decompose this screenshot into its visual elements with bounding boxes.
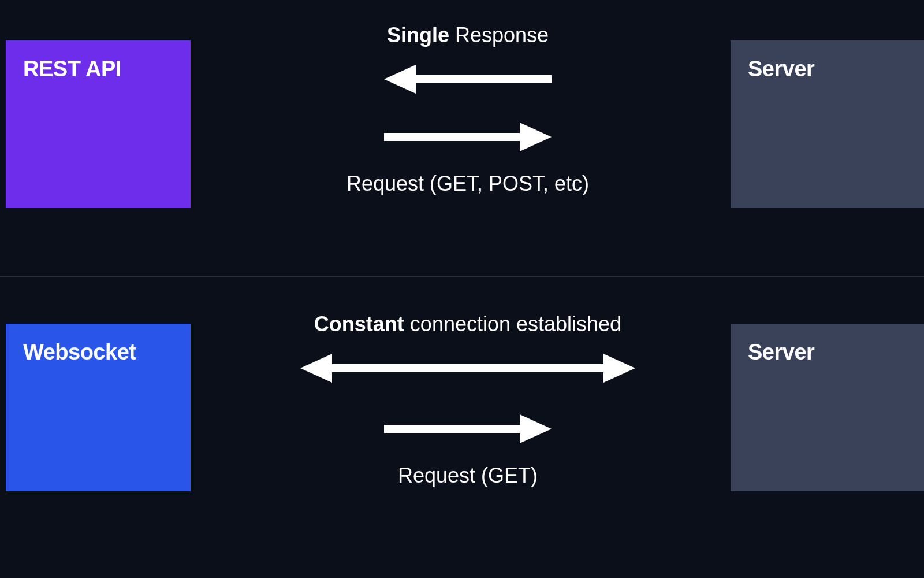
rest-api-label: REST API — [23, 57, 173, 81]
rest-middle-content: Single Response Request (GET, POST, etc) — [231, 40, 705, 231]
websocket-middle-content: Constant connection established Request … — [231, 324, 705, 514]
websocket-label: Websocket — [23, 340, 173, 365]
arrow-double-container — [297, 351, 638, 386]
constant-connection-label: Constant connection established — [314, 312, 621, 336]
server-box-top: Server — [731, 40, 924, 208]
svg-marker-3 — [520, 123, 552, 151]
arrow-right-bottom-container — [378, 412, 557, 446]
rest-api-section: REST API Server Single Response Request … — [0, 40, 924, 231]
rest-api-box: REST API — [6, 40, 191, 208]
svg-marker-8 — [520, 414, 552, 443]
arrow-left-icon — [378, 62, 557, 97]
section-divider — [0, 276, 924, 277]
svg-marker-6 — [603, 354, 635, 383]
request-label-top: Request (GET, POST, etc) — [346, 172, 589, 196]
request-label-bottom: Request (GET) — [398, 464, 538, 488]
server-box-bottom: Server — [731, 324, 924, 491]
arrow-left-container — [378, 62, 557, 97]
arrow-right-bottom-icon — [378, 412, 557, 446]
websocket-section: Websocket Server Constant connection est… — [0, 324, 924, 514]
single-response-label: Single Response — [387, 23, 549, 47]
server-label-bottom: Server — [748, 340, 907, 365]
arrow-double-icon — [297, 351, 638, 386]
arrow-right-icon — [378, 120, 557, 154]
server-label-top: Server — [748, 57, 907, 81]
arrow-right-container — [378, 120, 557, 154]
svg-marker-5 — [300, 354, 332, 383]
svg-marker-1 — [384, 65, 416, 94]
websocket-box: Websocket — [6, 324, 191, 491]
